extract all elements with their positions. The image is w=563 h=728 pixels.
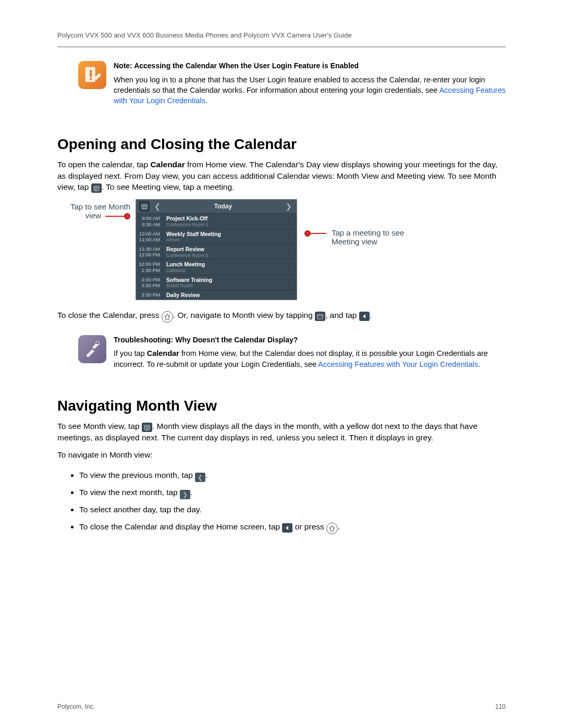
ev-title: Daily Review	[166, 292, 293, 299]
ev-start: 11:30 AM	[136, 246, 160, 252]
footer-left: Polycom, Inc.	[57, 703, 95, 710]
calendar-day-view-screenshot: ❮ Today ❯ 9:00 AM9:30 AM Project Kick-Of…	[136, 199, 297, 300]
li4-post: .	[338, 522, 340, 531]
calendar-screenshot-diagram: Tap to see Month view ❮ Today ❯ 9:00 AM9…	[57, 199, 506, 300]
trouble-post: .	[478, 360, 480, 368]
section-2-heading: Navigating Month View	[57, 398, 506, 414]
list-item: To view the next month, tap ❯.	[79, 484, 506, 500]
shot-topbar: ❮ Today ❯	[136, 200, 297, 213]
svg-rect-2	[90, 78, 92, 80]
ev-title: Software Training	[166, 277, 293, 283]
calendar-grid-icon	[315, 312, 325, 321]
ev-title: Lunch Meeting	[166, 261, 293, 268]
note-warning-icon	[78, 61, 106, 89]
s1-p1-post: . To see Meeting view, tap a meeting.	[102, 182, 235, 191]
list-item[interactable]: 9:00 AM9:30 AM Project Kick-OffConferenc…	[136, 213, 297, 228]
section-1-heading: Opening and Closing the Calendar	[57, 136, 506, 153]
home-icon	[326, 523, 338, 534]
close-between: , and tap	[325, 311, 359, 319]
ev-loc: Conference Room 1	[166, 222, 293, 228]
callout-dot-icon	[124, 213, 130, 219]
svg-rect-7	[142, 204, 147, 209]
shot-today-label: Today	[165, 203, 281, 210]
nav-intro: To navigate in Month view:	[57, 449, 506, 460]
ev-end: 3:30 PM	[136, 282, 160, 288]
list-item: To select another day, tap the day.	[79, 501, 506, 517]
callout-dot-icon	[304, 230, 311, 237]
list-item[interactable]: 10:00 AM11:00 AM Weekly Staff MeetingAtr…	[136, 229, 297, 244]
tools-icon	[78, 335, 106, 363]
li2-post: .	[190, 488, 192, 497]
ev-loc: Cafeteria	[166, 268, 293, 274]
list-item[interactable]: 2:00 PM3:30 PM Software TrainingBoard Ro…	[136, 275, 297, 290]
right-callout-text: Tap a meeting to see Meeting view	[332, 228, 425, 246]
ev-end: 9:30 AM	[136, 221, 160, 227]
svg-rect-11	[317, 314, 323, 319]
calendar-grid-icon	[91, 183, 102, 193]
trouble-title: Troubleshooting: Why Doesn't the Calenda…	[114, 335, 506, 346]
close-pre: To close the Calendar, press	[57, 311, 162, 319]
list-item: To view the previous month, tap ❮.	[79, 467, 506, 483]
list-item: To close the Calendar and display the Ho…	[79, 519, 506, 535]
note-body-post: .	[205, 96, 207, 105]
ev-end: 1:30 PM	[136, 267, 160, 273]
close-post: .	[370, 311, 372, 319]
left-callout-text: Tap to see Month view	[70, 202, 130, 220]
section-1-closepara: To close the Calendar, press . Or, navig…	[57, 310, 506, 323]
close-mid: . Or, navigate to Month view by tapping	[173, 311, 315, 319]
ev-loc: Atrium	[166, 237, 293, 243]
s2-p1-pre: To see Month view, tap	[57, 422, 142, 430]
trouble-link[interactable]: Accessing Features with Your Login Crede…	[318, 360, 478, 368]
li1-post: .	[205, 471, 207, 479]
li4-pre: To close the Calendar and display the Ho…	[79, 522, 282, 531]
left-callout: Tap to see Month view	[57, 202, 136, 220]
li2-pre: To view the next month, tap	[79, 488, 180, 497]
chevron-left-icon: ❮	[195, 473, 205, 482]
home-icon	[162, 311, 173, 323]
section-2-p1: To see Month view, tap . Month view disp…	[57, 421, 506, 443]
calendar-grid-icon	[142, 423, 152, 432]
next-day-icon[interactable]: ❯	[284, 202, 293, 211]
li4-mid: or press	[292, 522, 326, 531]
nav-list: To view the previous month, tap ❮. To vi…	[79, 467, 506, 535]
ev-end: 12:00 PM	[136, 252, 160, 257]
svg-rect-14	[144, 425, 150, 430]
back-arrow-icon	[282, 523, 292, 533]
page-footer: Polycom, Inc. 110	[57, 703, 506, 710]
trouble-text: Troubleshooting: Why Doesn't the Calenda…	[114, 335, 506, 369]
trouble-bold: Calendar	[147, 349, 179, 357]
note-text: Note: Accessing the Calendar When the Us…	[114, 61, 506, 106]
list-item[interactable]: 12:00 PM1:30 PM Lunch MeetingCafeteria	[136, 259, 297, 274]
list-item[interactable]: 3:30 PM Daily Review	[136, 290, 297, 300]
svg-point-13	[96, 341, 99, 344]
list-item[interactable]: 11:30 AM12:00 PM Report ReviewConference…	[136, 244, 297, 259]
ev-title: Weekly Staff Meeting	[166, 231, 293, 238]
li1-pre: To view the previous month, tap	[79, 471, 195, 479]
section-1-p1: To open the calendar, tap Calendar from …	[57, 159, 506, 193]
svg-rect-1	[90, 70, 92, 77]
month-view-icon[interactable]	[139, 201, 150, 212]
ev-loc: Conference Room 2	[166, 253, 293, 258]
svg-rect-3	[94, 186, 99, 191]
page-header-title: Polycom VVX 500 and VVX 600 Business Med…	[57, 31, 506, 39]
note-block: Note: Accessing the Calendar When the Us…	[57, 61, 506, 106]
ev-start: 2:00 PM	[136, 277, 160, 282]
s1-p1-pre: To open the calendar, tap	[57, 160, 150, 169]
ev-end: 11:00 AM	[136, 237, 160, 242]
prev-day-icon[interactable]: ❮	[153, 202, 162, 211]
note-body-pre: When you log in to a phone that has the …	[114, 76, 485, 94]
s1-p1-bold: Calendar	[150, 160, 185, 169]
page-number: 110	[495, 703, 506, 710]
ev-start: 9:00 AM	[136, 215, 160, 221]
ev-start: 3:30 PM	[136, 292, 160, 298]
troubleshooting-block: Troubleshooting: Why Doesn't the Calenda…	[57, 335, 506, 369]
ev-title: Project Kick-Off	[166, 215, 293, 222]
header-rule	[57, 46, 506, 47]
trouble-pre: If you tap	[114, 349, 147, 357]
ev-title: Report Review	[166, 246, 293, 253]
note-title: Note: Accessing the Calendar When the Us…	[114, 61, 506, 71]
right-callout: Tap a meeting to see Meeting view	[304, 228, 425, 246]
ev-start: 12:00 PM	[136, 261, 160, 267]
back-arrow-icon	[359, 312, 370, 321]
chevron-right-icon: ❯	[180, 490, 190, 499]
